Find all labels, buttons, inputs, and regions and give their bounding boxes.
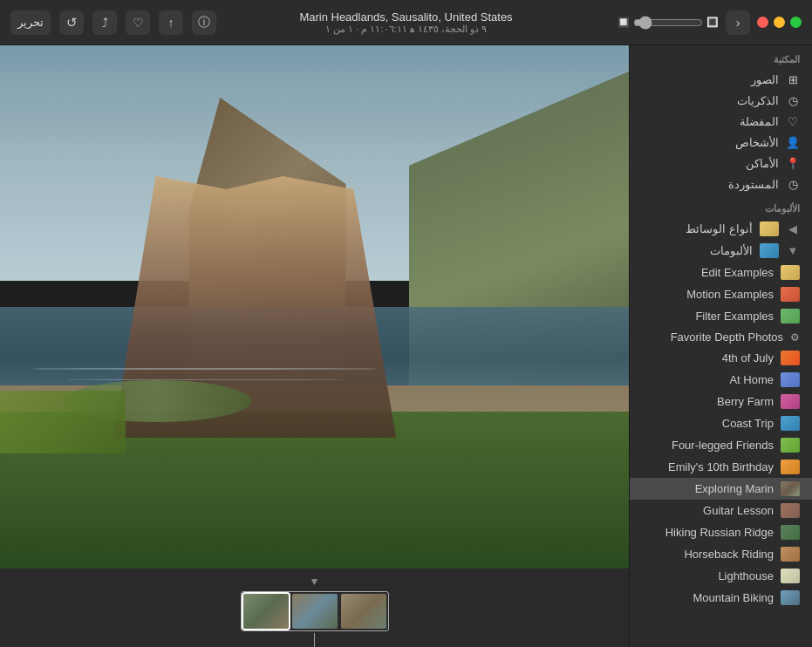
photos-icon: ⊞ bbox=[786, 72, 800, 86]
zoom-out-icon: 🔲 bbox=[618, 17, 630, 28]
main-content: ▼ المكتبة ⊞ الصور ◷ الذكريات ♡ المفضلة 👤… bbox=[0, 45, 812, 647]
sidebar-item-memories[interactable]: ◷ الذكريات bbox=[630, 90, 812, 111]
sidebar-item-imported[interactable]: ◷ المستوردة bbox=[630, 174, 812, 194]
photo-scene bbox=[0, 45, 629, 569]
four-legged-thumb bbox=[781, 438, 800, 453]
sidebar-item-albums-row[interactable]: ▼ الألبومات bbox=[630, 240, 812, 262]
sidebar-item-hiking-russian-ridge[interactable]: Hiking Russian Ridge bbox=[630, 521, 812, 543]
sidebar-item-photos[interactable]: ⊞ الصور bbox=[630, 69, 812, 90]
sidebar-item-edit-examples[interactable]: Edit Examples bbox=[630, 262, 812, 283]
motion-examples-label: Motion Examples bbox=[642, 288, 774, 301]
favorites-label: المفضلة bbox=[642, 115, 779, 128]
sidebar-item-guitar-lesson[interactable]: Guitar Lesson bbox=[630, 500, 812, 521]
filter-examples-label: Filter Examples bbox=[642, 310, 774, 323]
coast-label: Coast Trip bbox=[642, 417, 774, 430]
horseback-label: Horseback Riding bbox=[642, 548, 774, 561]
hiking-thumb bbox=[781, 525, 800, 540]
sidebar-item-favorite-depth[interactable]: ⚙ Favorite Depth Photos bbox=[630, 327, 812, 347]
imported-icon: ◷ bbox=[786, 177, 800, 191]
wave-2 bbox=[63, 379, 345, 381]
sidebar: المكتبة ⊞ الصور ◷ الذكريات ♡ المفضلة 👤 ا… bbox=[629, 45, 812, 647]
marin-thumb bbox=[781, 481, 800, 496]
sidebar-item-places[interactable]: 📍 الأماكن bbox=[630, 153, 812, 174]
rotate-left-button[interactable]: ↺ bbox=[59, 10, 84, 35]
sidebar-item-filter-examples[interactable]: Filter Examples bbox=[630, 305, 812, 327]
marin-label: Exploring Marin bbox=[642, 482, 774, 495]
maximize-button[interactable] bbox=[790, 17, 802, 28]
chevron-right-icon: › bbox=[736, 16, 740, 30]
filmstrip: ▼ bbox=[0, 569, 629, 647]
home-label: At Home bbox=[642, 373, 774, 386]
albums-label: الألبومات bbox=[642, 244, 753, 257]
guitar-label: Guitar Lesson bbox=[642, 504, 774, 517]
hiking-label: Hiking Russian Ridge bbox=[642, 526, 774, 539]
july-label: 4th of July bbox=[642, 351, 774, 364]
mountain-biking-thumb bbox=[781, 590, 800, 605]
zoom-in-icon: 🔳 bbox=[706, 17, 719, 28]
sidebar-item-emily-birthday[interactable]: Emily's 10th Birthday bbox=[630, 456, 812, 478]
people-icon: 👤 bbox=[786, 135, 800, 149]
sidebar-item-berry-farm[interactable]: Berry Farm bbox=[630, 391, 812, 412]
lighthouse-thumb bbox=[781, 569, 800, 583]
memories-label: الذكريات bbox=[642, 94, 779, 107]
titlebar-center: Marin Headlands, Sausalito, United State… bbox=[299, 10, 512, 35]
sidebar-item-lighthouse[interactable]: Lighthouse bbox=[630, 565, 812, 587]
wave-1 bbox=[31, 368, 378, 370]
upload-button[interactable]: ↑ bbox=[159, 10, 183, 35]
sidebar-item-four-legged[interactable]: Four-legged Friends bbox=[630, 434, 812, 456]
sidebar-item-exploring-marin[interactable]: Exploring Marin bbox=[630, 478, 812, 500]
titlebar: تحرير ↺ ⤴ ♡ ↑ ⓘ Marin Headlands, Sausali… bbox=[0, 0, 812, 45]
lighthouse-label: Lighthouse bbox=[642, 569, 774, 582]
grass-front bbox=[0, 391, 126, 453]
edit-examples-label: Edit Examples bbox=[642, 266, 774, 279]
filter-examples-thumb bbox=[781, 309, 800, 324]
horseback-thumb bbox=[781, 547, 800, 562]
sidebar-item-motion-examples[interactable]: Motion Examples bbox=[630, 283, 812, 305]
guitar-thumb bbox=[781, 503, 800, 518]
emily-label: Emily's 10th Birthday bbox=[642, 460, 774, 473]
favorite-depth-label: Favorite Depth Photos bbox=[642, 330, 783, 344]
library-section-header: المكتبة bbox=[630, 45, 812, 69]
edit-button[interactable]: تحرير bbox=[10, 10, 51, 35]
albums-disclosure-icon: ▼ bbox=[786, 244, 800, 258]
coast-thumb bbox=[781, 416, 800, 431]
titlebar-left: تحرير ↺ ⤴ ♡ ↑ ⓘ bbox=[10, 10, 216, 35]
sidebar-item-favorites[interactable]: ♡ المفضلة bbox=[630, 111, 812, 132]
share-button[interactable]: ⤴ bbox=[92, 10, 117, 35]
minimize-button[interactable] bbox=[774, 17, 785, 28]
media-types-label: أنواع الوسائط bbox=[642, 222, 753, 235]
sidebar-item-mountain-biking[interactable]: Mountain Biking bbox=[630, 587, 812, 609]
photos-label: الصور bbox=[642, 73, 779, 86]
sidebar-item-at-home[interactable]: At Home bbox=[630, 369, 812, 391]
sidebar-item-people[interactable]: 👤 الأشخاص bbox=[630, 132, 812, 153]
photo-area: ▼ bbox=[0, 45, 629, 647]
next-button[interactable]: › bbox=[726, 10, 750, 35]
titlebar-right: 🔲 🔳 › bbox=[618, 10, 802, 35]
main-photo[interactable] bbox=[0, 45, 629, 569]
places-label: الأماكن bbox=[642, 157, 779, 170]
favorites-icon: ♡ bbox=[786, 114, 800, 128]
zoom-slider[interactable] bbox=[633, 16, 703, 30]
thumbnail-2[interactable] bbox=[292, 594, 338, 629]
filmstrip-arrow-icon: ▼ bbox=[310, 575, 320, 588]
info-button[interactable]: ⓘ bbox=[192, 10, 216, 35]
close-button[interactable] bbox=[757, 17, 768, 28]
sidebar-item-4th-july[interactable]: 4th of July bbox=[630, 347, 812, 369]
photo-subtitle: ٩ ذو الحجة، ١٤٣٥ ه‍ ١١:٠٦:١١ م · ١ من ١ bbox=[325, 24, 487, 35]
thumbnail-1[interactable] bbox=[243, 594, 289, 629]
favorite-button[interactable]: ♡ bbox=[126, 10, 150, 35]
upload-icon: ↑ bbox=[168, 16, 174, 30]
emily-thumb bbox=[781, 460, 800, 474]
berry-label: Berry Farm bbox=[642, 395, 774, 408]
thumbnail-3[interactable] bbox=[341, 594, 386, 629]
favorite-icon: ♡ bbox=[133, 16, 144, 30]
sidebar-item-coast-trip[interactable]: Coast Trip bbox=[630, 412, 812, 434]
sidebar-item-media-types[interactable]: ◀ أنواع الوسائط bbox=[630, 218, 812, 240]
media-types-thumb bbox=[760, 221, 779, 236]
places-icon: 📍 bbox=[786, 156, 800, 170]
info-icon: ⓘ bbox=[198, 15, 210, 31]
zoom-area: 🔲 🔳 bbox=[618, 16, 719, 30]
memories-icon: ◷ bbox=[786, 93, 800, 107]
four-legged-label: Four-legged Friends bbox=[642, 439, 774, 452]
sidebar-item-horseback-riding[interactable]: Horseback Riding bbox=[630, 543, 812, 565]
